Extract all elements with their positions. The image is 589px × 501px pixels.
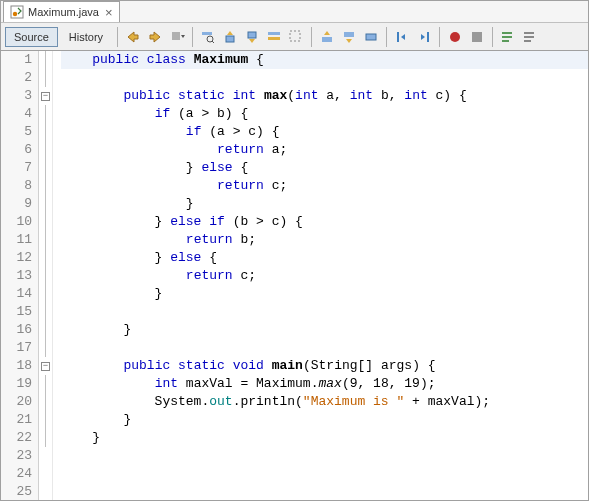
svg-point-16 (450, 32, 460, 42)
previous-bookmark-icon[interactable] (317, 27, 337, 47)
fold-cell (39, 51, 52, 69)
code-editor[interactable]: 1234567891011121314151617181920212223242… (1, 51, 588, 500)
close-icon[interactable]: × (105, 6, 113, 19)
line-number: 10 (1, 213, 32, 231)
line-number: 20 (1, 393, 32, 411)
code-area[interactable]: public class Maximum { public static int… (53, 51, 588, 500)
line-number: 1 (1, 51, 32, 69)
find-next-icon[interactable] (242, 27, 262, 47)
code-line[interactable]: } (61, 411, 588, 429)
fold-cell (39, 177, 52, 195)
find-previous-icon[interactable] (220, 27, 240, 47)
line-number: 12 (1, 249, 32, 267)
history-button[interactable]: History (60, 27, 112, 47)
svg-rect-10 (290, 31, 300, 41)
fold-cell (39, 429, 52, 447)
line-number: 18 (1, 357, 32, 375)
file-tab[interactable]: Maximum.java × (3, 1, 120, 22)
toggle-highlight-icon[interactable] (264, 27, 284, 47)
code-line[interactable]: public static int max(int a, int b, int … (61, 87, 588, 105)
line-number: 9 (1, 195, 32, 213)
fold-cell (39, 249, 52, 267)
code-line[interactable] (61, 447, 588, 465)
separator (386, 27, 387, 47)
fold-cell (39, 105, 52, 123)
svg-rect-6 (226, 36, 234, 42)
code-line[interactable]: } else { (61, 249, 588, 267)
code-line[interactable]: int maxVal = Maximum.max(9, 18, 19); (61, 375, 588, 393)
svg-rect-13 (366, 34, 376, 40)
toggle-rectangular-icon[interactable] (286, 27, 306, 47)
code-line[interactable]: return c; (61, 177, 588, 195)
uncomment-icon[interactable] (520, 27, 540, 47)
code-line[interactable]: public static void main(String[] args) { (61, 357, 588, 375)
dropdown-icon[interactable] (167, 27, 187, 47)
fold-cell (39, 483, 52, 501)
line-number: 13 (1, 267, 32, 285)
fold-toggle-icon[interactable]: − (41, 92, 50, 101)
code-line[interactable]: if (a > c) { (61, 123, 588, 141)
code-line[interactable] (61, 303, 588, 321)
fold-cell (39, 339, 52, 357)
code-line[interactable] (61, 465, 588, 483)
svg-line-5 (212, 41, 214, 43)
code-line[interactable]: return b; (61, 231, 588, 249)
fold-cell (39, 69, 52, 87)
shift-right-icon[interactable] (414, 27, 434, 47)
source-button[interactable]: Source (5, 27, 58, 47)
code-line[interactable]: } (61, 285, 588, 303)
line-number: 17 (1, 339, 32, 357)
code-line[interactable]: return c; (61, 267, 588, 285)
svg-rect-9 (268, 37, 280, 40)
stop-macro-icon[interactable] (467, 27, 487, 47)
line-number: 4 (1, 105, 32, 123)
comment-icon[interactable] (498, 27, 518, 47)
java-file-icon (10, 5, 24, 19)
line-number: 19 (1, 375, 32, 393)
code-line[interactable]: } (61, 429, 588, 447)
fold-cell (39, 267, 52, 285)
line-number: 24 (1, 465, 32, 483)
svg-rect-7 (248, 32, 256, 38)
code-line[interactable]: if (a > b) { (61, 105, 588, 123)
code-line[interactable] (61, 69, 588, 87)
code-line[interactable]: public class Maximum { (61, 51, 588, 69)
fold-cell (39, 285, 52, 303)
separator (439, 27, 440, 47)
fold-cell: − (39, 357, 52, 375)
shift-left-icon[interactable] (392, 27, 412, 47)
fold-cell (39, 303, 52, 321)
code-line[interactable]: } else { (61, 159, 588, 177)
code-line[interactable]: System.out.println("Maximum is " + maxVa… (61, 393, 588, 411)
line-number: 25 (1, 483, 32, 501)
fold-cell (39, 231, 52, 249)
line-number: 16 (1, 321, 32, 339)
line-number: 3 (1, 87, 32, 105)
forward-icon[interactable] (145, 27, 165, 47)
fold-cell (39, 465, 52, 483)
line-number: 7 (1, 159, 32, 177)
code-line[interactable]: } else if (b > c) { (61, 213, 588, 231)
back-icon[interactable] (123, 27, 143, 47)
fold-cell (39, 141, 52, 159)
code-line[interactable]: return a; (61, 141, 588, 159)
separator (192, 27, 193, 47)
svg-rect-3 (202, 32, 212, 35)
toolbar: Source History (1, 23, 588, 51)
tab-bar: Maximum.java × (1, 1, 588, 23)
code-line[interactable] (61, 483, 588, 500)
separator (311, 27, 312, 47)
line-number: 14 (1, 285, 32, 303)
separator (492, 27, 493, 47)
toggle-bookmark-icon[interactable] (361, 27, 381, 47)
code-line[interactable]: } (61, 321, 588, 339)
next-bookmark-icon[interactable] (339, 27, 359, 47)
code-line[interactable]: } (61, 195, 588, 213)
line-number: 6 (1, 141, 32, 159)
start-macro-icon[interactable] (445, 27, 465, 47)
find-selection-icon[interactable] (198, 27, 218, 47)
fold-cell (39, 393, 52, 411)
fold-toggle-icon[interactable]: − (41, 362, 50, 371)
line-number: 22 (1, 429, 32, 447)
code-line[interactable] (61, 339, 588, 357)
